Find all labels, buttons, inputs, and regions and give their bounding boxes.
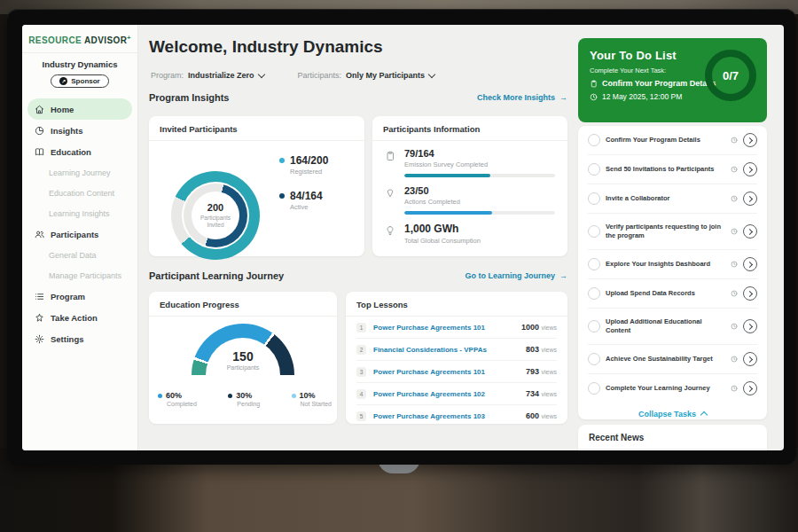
program-dropdown[interactable]: Program: Industrialize Zero <box>151 71 264 80</box>
sidebar-item-education-content[interactable]: Education Content <box>27 183 132 203</box>
task-checkbox[interactable] <box>588 134 600 146</box>
clock-icon <box>731 323 738 330</box>
clock-icon <box>731 385 738 392</box>
task-chevron-button[interactable] <box>743 319 757 333</box>
task-chevron-button[interactable] <box>743 162 757 176</box>
clock-icon <box>731 228 738 235</box>
todo-progress-ring: 0/7 <box>705 50 756 101</box>
chevron-up-icon <box>700 411 708 419</box>
org-name: Industry Dynamics <box>22 59 137 69</box>
task-chevron-button[interactable] <box>743 352 757 366</box>
sidebar-item-settings[interactable]: Settings <box>27 328 132 349</box>
lesson-row: 3 Power Purchase Agreements 101 793 view… <box>356 361 557 383</box>
go-to-learning-journey-link[interactable]: Go to Learning Journey → <box>465 271 567 280</box>
arrow-right-icon: → <box>559 93 567 102</box>
monitor-bezel: RESOURCE ADVISOR+ Industry Dynamics ↗ Sp… <box>7 9 796 465</box>
participants-filter-value: Only My Participants <box>346 71 425 80</box>
donut-center: 200 Participants Invited <box>171 171 260 260</box>
survey-icon <box>385 148 396 177</box>
chevron-down-icon <box>257 71 264 78</box>
sponsor-badge[interactable]: ↗ Sponsor <box>51 74 108 88</box>
sidebar-item-learning-insights[interactable]: Learning Insights <box>27 203 132 223</box>
education-progress-card: Education Progress 150 Participants 60% … <box>149 292 337 424</box>
sidebar-item-program[interactable]: Program <box>27 286 132 307</box>
education-gauge-chart: 150 Participants <box>192 324 294 375</box>
invited-legend: 164/200 Registered 84/164 Active <box>279 155 328 211</box>
settings-icon <box>35 334 44 344</box>
task-row[interactable]: Invite a Collaborator <box>588 184 757 214</box>
lesson-link[interactable]: Financial Considerations - VPPAs <box>373 346 526 354</box>
clipboard-icon <box>590 80 598 88</box>
section-title: Participant Learning Journey <box>149 270 284 281</box>
task-row[interactable]: Verify participants requesting to join t… <box>588 214 757 250</box>
participants-dropdown[interactable]: Participants: Only My Participants <box>298 71 435 80</box>
clock-icon <box>731 166 738 173</box>
arrow-right-icon: → <box>559 271 567 280</box>
invited-donut-chart: 200 Participants Invited <box>171 171 260 260</box>
lessons-list: 1 Power Purchase Agreements 101 1000 vie… <box>346 317 567 426</box>
task-checkbox[interactable] <box>588 382 600 395</box>
progress-track <box>404 211 555 215</box>
task-checkbox[interactable] <box>588 320 600 332</box>
sidebar-item-label: Participants <box>51 230 98 239</box>
sidebar-item-take-action[interactable]: Take Action <box>27 307 132 328</box>
sponsor-icon: ↗ <box>59 77 67 85</box>
sidebar-item-label: Education <box>51 147 91 157</box>
section-title: Program Insights <box>149 92 229 103</box>
sidebar-item-manage-participants[interactable]: Manage Participants <box>27 265 132 286</box>
task-checkbox[interactable] <box>588 192 600 205</box>
task-checkbox[interactable] <box>588 225 600 238</box>
lesson-link[interactable]: Power Purchase Agreements 103 <box>373 412 526 420</box>
task-chevron-button[interactable] <box>743 286 757 301</box>
sidebar-item-insights[interactable]: Insights <box>27 120 132 141</box>
sidebar-item-education[interactable]: Education <box>27 141 132 162</box>
sidebar-nav: Home Insights Education Learning Journey… <box>22 95 137 353</box>
sidebar-item-participants[interactable]: Participants <box>27 223 132 245</box>
learning-journey-header: Participant Learning Journey Go to Learn… <box>149 270 567 281</box>
lesson-link[interactable]: Power Purchase Agreements 102 <box>373 390 526 398</box>
legend-pending: 30% Pending <box>228 391 260 407</box>
bulb-icon <box>385 223 396 244</box>
collapse-tasks-link[interactable]: Collapse Tasks <box>588 403 757 425</box>
task-chevron-button[interactable] <box>743 192 757 206</box>
task-checkbox[interactable] <box>588 163 600 176</box>
clock-icon <box>590 93 598 101</box>
task-row[interactable]: Confirm Your Program Details <box>588 126 757 155</box>
task-row[interactable]: Upload Additional Educational Content <box>588 309 757 345</box>
legend-completed: 60% Completed <box>158 391 197 407</box>
task-row[interactable]: Explore Your Insights Dashboard <box>588 250 757 279</box>
education-icon <box>35 147 44 157</box>
check-more-insights-link[interactable]: Check More Insights → <box>477 93 567 102</box>
task-chevron-button[interactable] <box>743 381 757 395</box>
participants-information-card: Participants Information 79/164 Emission… <box>372 116 567 256</box>
lesson-row: 5 Power Purchase Agreements 103 600 view… <box>356 405 557 426</box>
lesson-link[interactable]: Power Purchase Agreements 101 <box>373 368 526 376</box>
task-checkbox[interactable] <box>588 353 600 365</box>
legend-dot <box>158 394 162 398</box>
task-chevron-button[interactable] <box>743 133 757 147</box>
sidebar-item-general-data[interactable]: General Data <box>27 245 132 265</box>
sidebar-item-home[interactable]: Home <box>27 98 132 120</box>
task-chevron-button[interactable] <box>743 224 757 239</box>
sidebar-item-label: Insights <box>51 126 82 136</box>
task-row[interactable]: Upload Spend Data Records <box>588 279 757 309</box>
sidebar-item-label: Take Action <box>51 313 98 323</box>
task-checkbox[interactable] <box>588 287 600 300</box>
card-title: Recent News <box>578 425 767 450</box>
lesson-row: 2 Financial Considerations - VPPAs 803 v… <box>356 339 557 361</box>
sidebar-item-learning-journey[interactable]: Learning Journey <box>27 162 132 183</box>
legend-active: 84/164 Active <box>279 191 328 211</box>
task-checkbox[interactable] <box>588 258 600 270</box>
lesson-link[interactable]: Power Purchase Agreements 101 <box>373 324 521 332</box>
task-row[interactable]: Achieve One Sustainability Target <box>588 345 757 374</box>
task-row[interactable]: Complete Your Learning Journey <box>588 374 757 403</box>
top-lessons-card: Top Lessons 1 Power Purchase Agreements … <box>346 292 567 424</box>
sponsor-label: Sponsor <box>71 77 99 85</box>
task-chevron-button[interactable] <box>743 257 757 271</box>
participants-icon <box>35 230 44 239</box>
lesson-rank: 4 <box>356 389 366 399</box>
task-row[interactable]: Send 50 Invitations to Participants <box>588 155 757 184</box>
app-logo: RESOURCE ADVISOR+ <box>22 25 137 53</box>
chevron-down-icon <box>428 71 435 78</box>
logo-primary: RESOURCE <box>28 35 82 45</box>
